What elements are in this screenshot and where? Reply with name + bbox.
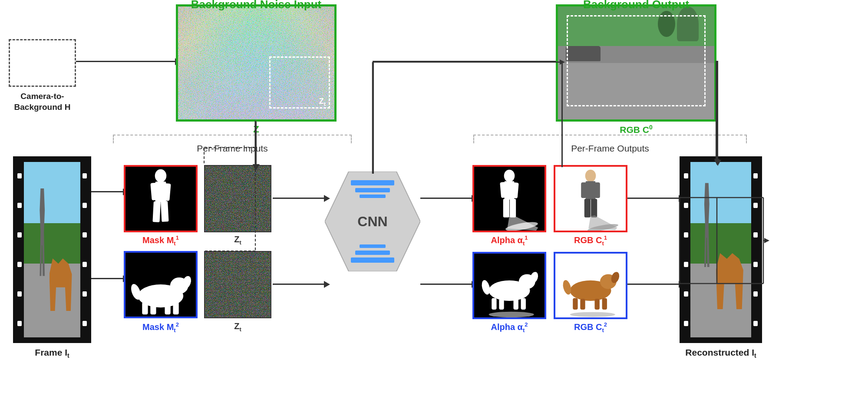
svg-rect-7 (161, 201, 169, 222)
per-frame-outputs-label: Per-Frame Outputs (473, 143, 747, 154)
svg-point-27 (504, 170, 515, 182)
mask2-box (124, 251, 198, 318)
svg-marker-82 (764, 238, 769, 243)
svg-rect-24 (355, 251, 390, 255)
svg-rect-39 (594, 182, 600, 198)
svg-rect-38 (581, 182, 586, 198)
camera-label: Camera-to- Background H (2, 91, 83, 112)
svg-rect-60 (594, 299, 599, 310)
svg-rect-49 (499, 299, 504, 310)
rgb-ct2-label: RGB Ct2 (554, 321, 627, 333)
alpha1-label: Alpha αt1 (472, 234, 546, 247)
background-noise-title: Background Noise Input (165, 0, 347, 11)
arrow-to-cnn-bottom (273, 284, 325, 285)
arrow-cnn-to-alpha1 (420, 198, 472, 199)
diagram-container: Camera-to- Background H Zt Z Background … (0, 0, 868, 396)
arrow-bg-to-film (717, 61, 718, 161)
svg-rect-6 (152, 201, 161, 222)
svg-rect-51 (521, 298, 526, 310)
svg-rect-31 (503, 199, 509, 218)
rgb-c0-label: RGB C0 (556, 124, 716, 135)
rgb-ct1-label: RGB Ct1 (554, 234, 627, 247)
svg-rect-20 (351, 180, 394, 185)
background-output-box (556, 4, 716, 122)
film-strip-left (13, 156, 91, 343)
camera-box (9, 39, 76, 87)
mask1-label: Mask Mt1 (124, 234, 198, 247)
svg-rect-50 (513, 299, 518, 310)
zt1-box (204, 165, 271, 232)
svg-rect-23 (351, 257, 394, 263)
svg-rect-37 (586, 181, 596, 200)
svg-point-53 (489, 312, 534, 317)
svg-point-2 (155, 169, 167, 182)
arrow-cam-to-noise (76, 61, 176, 62)
arrow-cnn-to-bg-h (373, 61, 561, 62)
alpha1-box (472, 165, 546, 232)
h-line-bg-to-box (561, 61, 563, 62)
film-strip-right (680, 156, 762, 343)
alpha2-label: Alpha αt2 (472, 321, 546, 333)
svg-rect-21 (355, 188, 390, 192)
arrow-noise-down (255, 122, 257, 165)
bg-output-dashed (567, 15, 706, 106)
svg-rect-48 (492, 298, 496, 310)
svg-rect-22 (360, 195, 386, 198)
v-line-bg-output (561, 61, 563, 167)
per-frame-inputs-section (113, 135, 352, 143)
zt-inner-label: Zt (319, 97, 326, 107)
svg-rect-61 (602, 298, 607, 310)
background-noise-box: Zt (176, 4, 337, 122)
arrow-rgb1-to-film (627, 198, 680, 199)
svg-rect-8 (205, 166, 271, 231)
svg-rect-32 (510, 199, 516, 218)
rgb-ct2-box (554, 252, 627, 319)
line-bg-out-h (716, 161, 717, 162)
background-output-title: Background Output (551, 0, 721, 11)
rgb-ct1-box (554, 165, 627, 232)
arrow-cnn-to-alpha2 (420, 284, 472, 285)
alpha2-box (472, 252, 546, 319)
arrow-cnn-to-bg-output (373, 61, 374, 174)
per-frame-inputs-label: Per-Frame Inputs (113, 143, 352, 154)
mask1-box (124, 165, 198, 232)
zt1-label: Zt (204, 234, 271, 246)
arrow-film-to-mask1 (91, 191, 124, 192)
svg-rect-40 (584, 199, 591, 218)
per-frame-outputs-section (473, 135, 747, 143)
svg-rect-58 (573, 298, 578, 310)
svg-rect-41 (591, 199, 597, 218)
cnn-container: CNN (325, 172, 420, 271)
svg-point-63 (570, 312, 615, 317)
arrow-rgb2-to-film (627, 284, 680, 285)
svg-rect-59 (580, 299, 585, 310)
svg-rect-16 (173, 302, 178, 314)
line-bg-out-to-right (716, 61, 717, 162)
arrow-film-to-mask2 (91, 278, 124, 279)
frame-label: Frame It (13, 347, 91, 359)
svg-rect-25 (360, 244, 386, 248)
svg-rect-13 (142, 302, 148, 314)
svg-rect-18 (205, 252, 271, 317)
svg-point-36 (585, 170, 596, 182)
zt2-label: Zt (204, 321, 271, 333)
svg-rect-15 (165, 303, 170, 315)
reconstructed-label: Reconstructed It (675, 347, 766, 359)
cnn-label: CNN (357, 214, 387, 230)
svg-rect-14 (150, 303, 156, 315)
arrow-to-cnn-top (273, 198, 325, 199)
mask2-label: Mask Mt2 (124, 321, 198, 333)
zt2-box (204, 251, 271, 318)
